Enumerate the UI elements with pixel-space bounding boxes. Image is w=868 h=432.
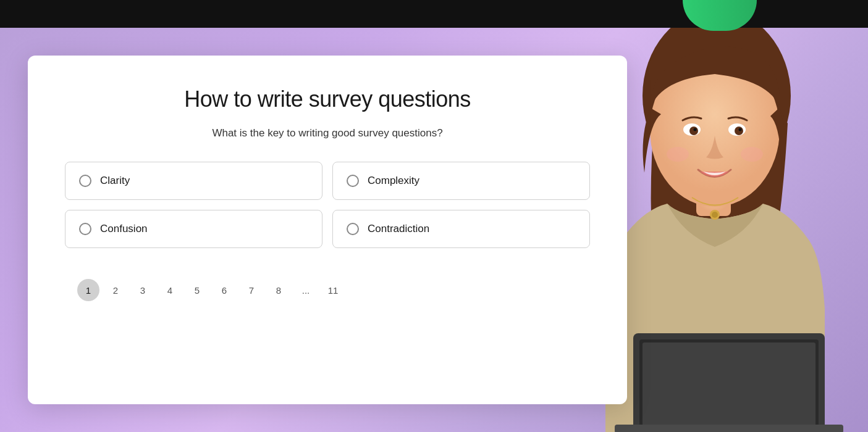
page-btn-1[interactable]: 1: [77, 279, 99, 301]
svg-point-8: [739, 128, 742, 131]
radio-clarity[interactable]: [79, 175, 91, 187]
svg-point-12: [712, 212, 718, 218]
radio-confusion[interactable]: [79, 223, 91, 235]
page-btn-4[interactable]: 4: [159, 279, 181, 301]
pagination: 12345678...11: [65, 279, 590, 301]
page-btn-7[interactable]: 7: [240, 279, 263, 301]
page-btn-2[interactable]: 2: [104, 279, 127, 301]
option-clarity[interactable]: Clarity: [65, 162, 322, 200]
page-btn-11[interactable]: 11: [322, 279, 344, 301]
page-btn-8[interactable]: 8: [268, 279, 290, 301]
radio-contradiction[interactable]: [347, 223, 359, 235]
svg-rect-16: [615, 425, 843, 432]
option-confusion[interactable]: Confusion: [65, 210, 322, 248]
card-subtitle: What is the key to writing good survey q…: [65, 127, 590, 139]
page-btn-6[interactable]: 6: [213, 279, 235, 301]
option-complexity-label: Complexity: [368, 175, 419, 187]
option-clarity-label: Clarity: [100, 175, 130, 187]
svg-point-7: [694, 128, 697, 131]
survey-card: How to write survey questions What is th…: [28, 56, 627, 404]
svg-rect-15: [643, 343, 815, 432]
svg-point-10: [741, 147, 763, 162]
option-contradiction[interactable]: Contradiction: [332, 210, 590, 248]
page-btn-5[interactable]: 5: [186, 279, 208, 301]
svg-point-5: [689, 127, 698, 135]
svg-point-9: [667, 147, 689, 162]
svg-point-6: [735, 127, 743, 135]
option-contradiction-label: Contradiction: [368, 223, 429, 235]
option-confusion-label: Confusion: [100, 223, 148, 235]
page-btn-3[interactable]: 3: [132, 279, 154, 301]
radio-complexity[interactable]: [347, 175, 359, 187]
pagination-ellipsis: ...: [295, 279, 317, 301]
options-grid: Clarity Complexity Confusion Contradicti…: [65, 162, 590, 248]
option-complexity[interactable]: Complexity: [332, 162, 590, 200]
card-title: How to write survey questions: [65, 86, 590, 112]
